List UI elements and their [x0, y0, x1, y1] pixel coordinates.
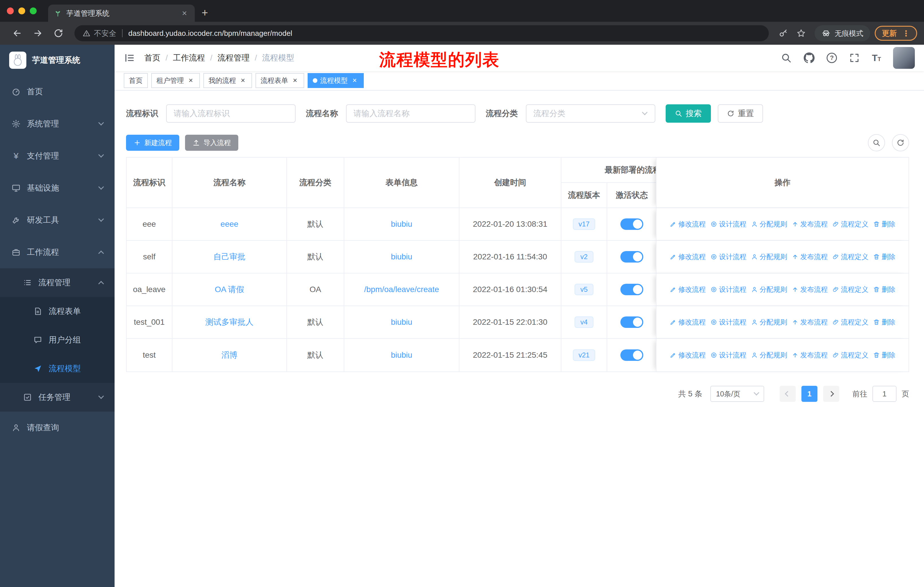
create-process-button[interactable]: 新建流程: [126, 135, 179, 151]
model-name-link[interactable]: 自己审批: [213, 251, 246, 262]
active-toggle[interactable]: [620, 349, 643, 361]
assign-rule-link[interactable]: 分配规则: [751, 317, 787, 327]
search-icon[interactable]: [781, 53, 792, 63]
process-category-select[interactable]: 流程分类: [526, 104, 655, 123]
delete-link[interactable]: 删除: [873, 220, 895, 229]
page-size-select[interactable]: 10条/页: [710, 386, 764, 402]
edit-flow-link[interactable]: 修改流程: [670, 220, 706, 229]
tag-view-process-form[interactable]: 流程表单 ×: [256, 73, 304, 88]
breadcrumb-item[interactable]: 工作流程: [173, 53, 205, 63]
design-flow-link[interactable]: 设计流程: [710, 252, 746, 261]
form-info-link[interactable]: biubiu: [391, 220, 412, 229]
edit-flow-link[interactable]: 修改流程: [670, 252, 706, 261]
sidebar-item-workflow[interactable]: 工作流程: [0, 236, 115, 268]
close-window-button[interactable]: [7, 7, 14, 14]
next-page-button[interactable]: [823, 386, 839, 402]
sidebar-item-infra[interactable]: 基础设施: [0, 172, 115, 204]
publish-flow-link[interactable]: 发布流程: [792, 285, 828, 294]
publish-flow-link[interactable]: 发布流程: [792, 351, 828, 360]
sidebar-item-process-form[interactable]: 流程表单: [0, 297, 115, 326]
search-button[interactable]: 搜索: [666, 104, 711, 123]
delete-link[interactable]: 删除: [873, 317, 895, 327]
active-toggle[interactable]: [620, 218, 643, 230]
model-name-link[interactable]: 测试多审批人: [205, 317, 254, 327]
flow-definition-link[interactable]: 流程定义: [832, 252, 868, 261]
active-toggle[interactable]: [620, 251, 643, 263]
sidebar-item-user-group[interactable]: 用户分组: [0, 326, 115, 354]
forward-button[interactable]: [33, 28, 43, 38]
assign-rule-link[interactable]: 分配规则: [751, 220, 787, 229]
model-name-link[interactable]: 滔博: [221, 350, 238, 360]
refresh-table-button[interactable]: [892, 134, 909, 151]
process-key-input[interactable]: [166, 104, 295, 123]
model-name-link[interactable]: OA 请假: [215, 284, 244, 295]
github-icon[interactable]: [804, 53, 815, 63]
publish-flow-link[interactable]: 发布流程: [792, 317, 828, 327]
tab-close-icon[interactable]: ×: [180, 8, 189, 18]
password-key-icon[interactable]: [779, 28, 788, 38]
new-tab-button[interactable]: +: [201, 7, 208, 19]
back-button[interactable]: [12, 28, 22, 38]
sidebar-item-process-mgmt[interactable]: 流程管理: [0, 268, 115, 297]
sidebar-item-leave-query[interactable]: 请假查询: [0, 412, 115, 444]
form-info-link[interactable]: biubiu: [391, 317, 412, 327]
model-name-link[interactable]: eeee: [221, 220, 238, 229]
form-info-link[interactable]: /bpm/oa/leave/create: [364, 285, 439, 294]
flow-definition-link[interactable]: 流程定义: [832, 220, 868, 229]
tag-view-process-model[interactable]: 流程模型 ×: [308, 73, 364, 88]
design-flow-link[interactable]: 设计流程: [710, 351, 746, 360]
flow-definition-link[interactable]: 流程定义: [832, 351, 868, 360]
avatar[interactable]: [893, 47, 915, 69]
bookmark-star-icon[interactable]: [796, 28, 806, 38]
close-icon[interactable]: ×: [291, 76, 299, 84]
prev-page-button[interactable]: [780, 386, 796, 402]
sidebar-item-process-model[interactable]: 流程模型: [0, 354, 115, 383]
design-flow-link[interactable]: 设计流程: [710, 285, 746, 294]
font-size-icon[interactable]: T T: [872, 54, 881, 62]
minimize-window-button[interactable]: [18, 7, 25, 14]
publish-flow-link[interactable]: 发布流程: [792, 252, 828, 261]
browser-tab[interactable]: 芋道管理系统 ×: [48, 5, 195, 22]
maximize-window-button[interactable]: [30, 7, 37, 14]
edit-flow-link[interactable]: 修改流程: [670, 317, 706, 327]
active-toggle[interactable]: [620, 316, 643, 328]
breadcrumb-item[interactable]: 首页: [144, 53, 160, 63]
design-flow-link[interactable]: 设计流程: [710, 317, 746, 327]
close-icon[interactable]: ×: [351, 76, 359, 84]
delete-link[interactable]: 删除: [873, 351, 895, 360]
active-toggle[interactable]: [620, 284, 643, 295]
fullscreen-icon[interactable]: [849, 53, 860, 63]
sidebar-item-system[interactable]: 系统管理: [0, 108, 115, 140]
address-bar[interactable]: 不安全 dashboard.yudao.iocoder.cn/bpm/manag…: [74, 25, 769, 41]
process-name-input[interactable]: [346, 104, 475, 123]
edit-flow-link[interactable]: 修改流程: [670, 285, 706, 294]
delete-link[interactable]: 删除: [873, 285, 895, 294]
sidebar-item-payment[interactable]: ¥ 支付管理: [0, 140, 115, 172]
sidebar-item-devtools[interactable]: 研发工具: [0, 204, 115, 236]
hamburger-icon[interactable]: [124, 52, 135, 64]
sidebar-item-home[interactable]: 首页: [0, 76, 115, 108]
close-icon[interactable]: ×: [187, 76, 195, 84]
flow-definition-link[interactable]: 流程定义: [832, 317, 868, 327]
publish-flow-link[interactable]: 发布流程: [792, 220, 828, 229]
flow-definition-link[interactable]: 流程定义: [832, 285, 868, 294]
assign-rule-link[interactable]: 分配规则: [751, 252, 787, 261]
assign-rule-link[interactable]: 分配规则: [751, 285, 787, 294]
assign-rule-link[interactable]: 分配规则: [751, 351, 787, 360]
help-icon[interactable]: ?: [827, 53, 837, 63]
import-process-button[interactable]: 导入流程: [185, 135, 238, 151]
reload-button[interactable]: [53, 28, 64, 38]
edit-flow-link[interactable]: 修改流程: [670, 351, 706, 360]
page-number-button[interactable]: 1: [802, 386, 817, 402]
reset-button[interactable]: 重置: [718, 104, 763, 123]
tag-view-tenant[interactable]: 租户管理 ×: [151, 73, 200, 88]
toggle-search-button[interactable]: [868, 134, 885, 151]
breadcrumb-item[interactable]: 流程管理: [218, 53, 250, 63]
browser-menu-icon[interactable]: ⋮: [902, 29, 910, 38]
design-flow-link[interactable]: 设计流程: [710, 220, 746, 229]
form-info-link[interactable]: biubiu: [391, 252, 412, 261]
tag-view-my-process[interactable]: 我的流程 ×: [203, 73, 252, 88]
tag-view-home[interactable]: 首页: [124, 73, 148, 88]
sidebar-item-task-mgmt[interactable]: 任务管理: [0, 383, 115, 412]
goto-page-input[interactable]: [873, 386, 896, 402]
